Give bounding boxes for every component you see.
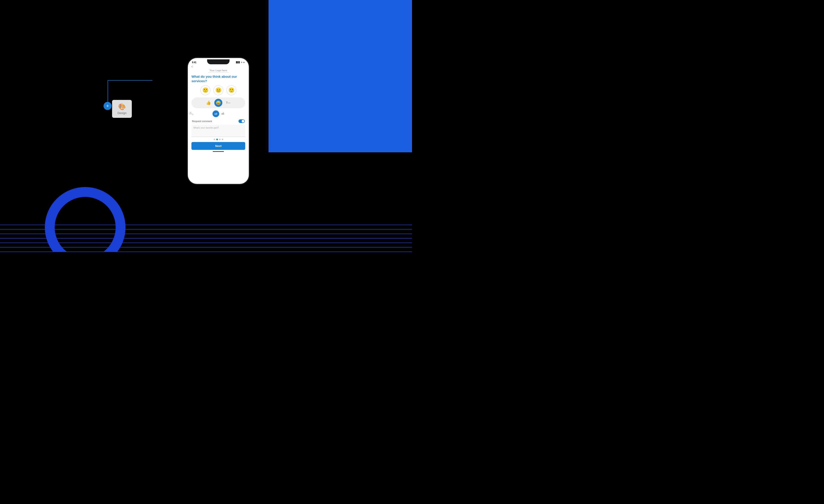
dot-3[interactable]: [219, 139, 221, 140]
design-panel[interactable]: 🎨 Design: [112, 100, 132, 118]
dot-1[interactable]: [214, 139, 215, 140]
comment-input[interactable]: What's your favorite part?: [191, 125, 245, 137]
battery-icon: ▭: [243, 61, 245, 64]
palette-icon: 🎨: [118, 103, 126, 110]
request-comment-row: Request comment: [191, 119, 245, 123]
phone-mockup: 9:41 ▋▋▋ ∿ ▭ ‹ Your Logo here What do yo…: [187, 57, 250, 185]
phone-screen: 9:41 ▋▋▋ ∿ ▭ ‹ Your Logo here What do yo…: [188, 58, 249, 184]
status-time: 9:41: [192, 61, 196, 64]
status-icons: ▋▋▋ ∿ ▭: [236, 61, 245, 64]
back-button[interactable]: ‹: [191, 65, 245, 68]
thumb-up-button[interactable]: 👍: [204, 99, 212, 107]
text-icon-button[interactable]: T—: [224, 99, 232, 107]
page-dots: [191, 139, 245, 140]
wifi-icon: ∿: [241, 61, 242, 64]
logo-divider: [208, 72, 228, 73]
phone-notch: [207, 59, 229, 64]
screen-content: ‹ Your Logo here What do you think about…: [188, 65, 249, 184]
emoji-faces-row: 🙁 😐 🙂: [191, 85, 245, 95]
dot-4[interactable]: [222, 139, 223, 140]
add-button[interactable]: +: [104, 102, 112, 110]
emoji-sad[interactable]: 🙁: [200, 85, 210, 95]
connector-horizontal: [108, 80, 152, 81]
count-row: x3 x5: [191, 110, 245, 117]
blue-bg-rect: [269, 0, 412, 152]
blue-arc: [45, 187, 125, 252]
question-title: What do you think about our services?: [191, 75, 245, 83]
home-indicator: [213, 151, 224, 152]
logo-text: Your Logo here: [210, 69, 227, 72]
count-x3[interactable]: x3: [212, 110, 219, 117]
phone-frame: 9:41 ▋▋▋ ∿ ▭ ‹ Your Logo here What do yo…: [187, 57, 250, 185]
emoji-neutral[interactable]: 😐: [213, 85, 223, 95]
emoji-happy[interactable]: 🙂: [226, 85, 236, 95]
rating-row: 👍 😀 T—: [191, 98, 245, 108]
design-label: Design: [117, 111, 126, 115]
signal-icon: ▋▋▋: [236, 61, 240, 64]
dot-2[interactable]: [216, 139, 218, 140]
comment-placeholder: What's your favorite part?: [193, 127, 219, 129]
logo-area: Your Logo here: [191, 69, 245, 73]
count-x5[interactable]: x5: [221, 112, 224, 115]
emoji-selected-button[interactable]: 😀: [214, 99, 222, 107]
next-button[interactable]: Next: [191, 142, 245, 150]
request-comment-label: Request comment: [192, 120, 212, 123]
request-comment-toggle[interactable]: [238, 119, 245, 123]
